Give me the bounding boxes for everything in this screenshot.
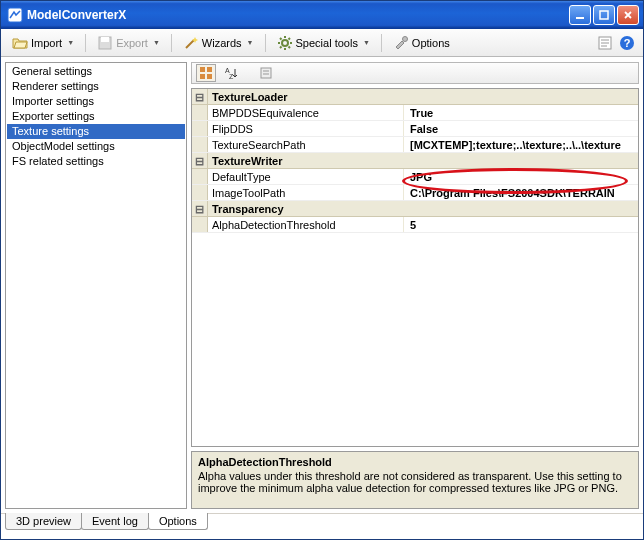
sidebar-item-exporter[interactable]: Exporter settings bbox=[7, 109, 185, 124]
svg-rect-12 bbox=[200, 74, 205, 79]
sidebar-item-renderer[interactable]: Renderer settings bbox=[7, 79, 185, 94]
svg-rect-11 bbox=[207, 67, 212, 72]
bottom-tab-strip: 3D preview Event log Options bbox=[1, 513, 643, 537]
help-icon[interactable]: ? bbox=[619, 35, 635, 51]
prop-row[interactable]: DefaultType JPG bbox=[192, 169, 638, 185]
sidebar-item-fsrelated[interactable]: FS related settings bbox=[7, 154, 185, 169]
prop-value[interactable]: False bbox=[404, 121, 638, 136]
prop-value[interactable]: True bbox=[404, 105, 638, 120]
import-button[interactable]: Import ▼ bbox=[5, 32, 81, 54]
settings-category-list[interactable]: General settings Renderer settings Impor… bbox=[5, 62, 187, 509]
svg-point-6 bbox=[402, 36, 407, 41]
prop-value[interactable]: JPG bbox=[404, 169, 638, 184]
window-title: ModelConverterX bbox=[27, 8, 126, 22]
prop-value[interactable]: 5 bbox=[404, 217, 638, 232]
prop-value[interactable]: [MCXTEMP];texture;..\texture;..\..\textu… bbox=[404, 137, 638, 152]
property-grid-toolbar: A Z bbox=[191, 62, 639, 84]
maximize-button[interactable] bbox=[593, 5, 615, 25]
prop-key: TextureSearchPath bbox=[208, 137, 404, 152]
save-icon bbox=[97, 35, 113, 51]
folder-open-icon bbox=[12, 35, 28, 51]
svg-rect-0 bbox=[8, 8, 22, 22]
svg-rect-16 bbox=[261, 68, 271, 78]
tab-options[interactable]: Options bbox=[148, 513, 208, 530]
chevron-down-icon: ▼ bbox=[67, 39, 74, 46]
chevron-down-icon: ▼ bbox=[363, 39, 370, 46]
sidebar-item-general[interactable]: General settings bbox=[7, 64, 185, 79]
svg-rect-2 bbox=[600, 11, 608, 19]
tab-event-log[interactable]: Event log bbox=[81, 513, 149, 530]
prop-value[interactable]: C:\Program Files\FS2004SDK\TERRAIN bbox=[404, 185, 638, 200]
minimize-button[interactable] bbox=[569, 5, 591, 25]
alphabetical-view-button[interactable]: A Z bbox=[220, 64, 240, 82]
categorized-view-button[interactable] bbox=[196, 64, 216, 82]
title-bar: ModelConverterX bbox=[1, 1, 643, 29]
main-content: General settings Renderer settings Impor… bbox=[1, 57, 643, 513]
prop-key: ImageToolPath bbox=[208, 185, 404, 200]
chevron-down-icon: ▼ bbox=[247, 39, 254, 46]
prop-row[interactable]: TextureSearchPath [MCXTEMP];texture;..\t… bbox=[192, 137, 638, 153]
prop-key: FlipDDS bbox=[208, 121, 404, 136]
sidebar-item-objectmodel[interactable]: ObjectModel settings bbox=[7, 139, 185, 154]
property-grid-panel: A Z ⊟ TextureLoader BMPDDSEqui bbox=[191, 62, 639, 509]
wizards-button[interactable]: Wizards ▼ bbox=[176, 32, 261, 54]
description-title: AlphaDetectionThreshold bbox=[198, 456, 632, 468]
toolbar: Import ▼ Export ▼ Wizards ▼ Special tool… bbox=[1, 29, 643, 57]
options-button[interactable]: Options bbox=[386, 32, 457, 54]
prop-row[interactable]: ImageToolPath C:\Program Files\FS2004SDK… bbox=[192, 185, 638, 201]
svg-rect-10 bbox=[200, 67, 205, 72]
prop-row[interactable]: AlphaDetectionThreshold 5 bbox=[192, 217, 638, 233]
collapse-icon[interactable]: ⊟ bbox=[192, 201, 208, 216]
sidebar-item-texture[interactable]: Texture settings bbox=[7, 124, 185, 139]
prop-row[interactable]: FlipDDS False bbox=[192, 121, 638, 137]
close-button[interactable] bbox=[617, 5, 639, 25]
property-grid[interactable]: ⊟ TextureLoader BMPDDSEquivalence True F… bbox=[191, 88, 639, 447]
collapse-icon[interactable]: ⊟ bbox=[192, 153, 208, 168]
app-icon bbox=[7, 7, 23, 23]
special-tools-button[interactable]: Special tools ▼ bbox=[270, 32, 377, 54]
tools-icon bbox=[393, 35, 409, 51]
gear-icon bbox=[277, 35, 293, 51]
tab-3d-preview[interactable]: 3D preview bbox=[5, 513, 82, 530]
collapse-icon[interactable]: ⊟ bbox=[192, 89, 208, 104]
page-icon[interactable] bbox=[597, 35, 613, 51]
svg-point-5 bbox=[282, 40, 288, 46]
category-textureloader[interactable]: ⊟ TextureLoader bbox=[192, 89, 638, 105]
prop-row[interactable]: BMPDDSEquivalence True bbox=[192, 105, 638, 121]
property-description: AlphaDetectionThreshold Alpha values und… bbox=[191, 451, 639, 509]
property-pages-button[interactable] bbox=[256, 64, 276, 82]
wand-icon bbox=[183, 35, 199, 51]
prop-key: BMPDDSEquivalence bbox=[208, 105, 404, 120]
description-body: Alpha values under this threshold are no… bbox=[198, 470, 632, 494]
svg-rect-13 bbox=[207, 74, 212, 79]
category-texturewriter[interactable]: ⊟ TextureWriter bbox=[192, 153, 638, 169]
sidebar-item-importer[interactable]: Importer settings bbox=[7, 94, 185, 109]
export-button[interactable]: Export ▼ bbox=[90, 32, 167, 54]
svg-rect-1 bbox=[576, 17, 584, 19]
svg-text:?: ? bbox=[624, 37, 631, 49]
chevron-down-icon: ▼ bbox=[153, 39, 160, 46]
svg-text:Z: Z bbox=[229, 73, 234, 80]
prop-key: AlphaDetectionThreshold bbox=[208, 217, 404, 232]
category-transparency[interactable]: ⊟ Transparency bbox=[192, 201, 638, 217]
svg-rect-4 bbox=[101, 37, 109, 42]
prop-key: DefaultType bbox=[208, 169, 404, 184]
